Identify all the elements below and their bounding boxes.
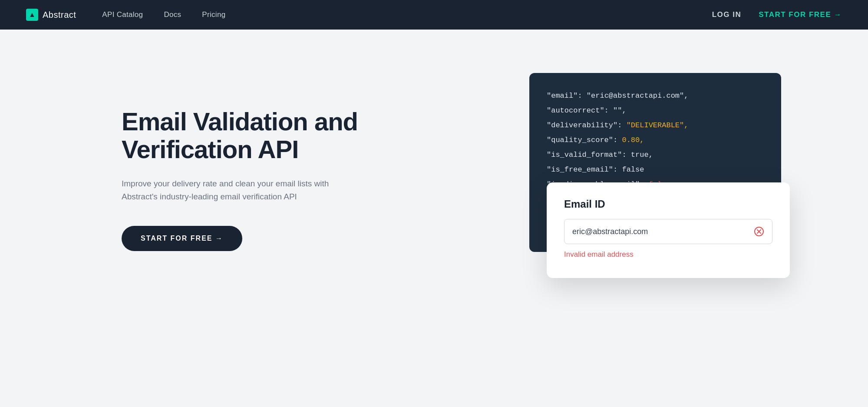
main-content: Email Validation and Verification API Im… (0, 30, 868, 407)
email-card-title: Email ID (564, 198, 772, 210)
code-line-5: "is_valid_format": true, (547, 148, 764, 162)
hero-left: Email Validation and Verification API Im… (122, 82, 365, 251)
code-val-autocorrect: "", (613, 103, 627, 118)
email-clear-button[interactable] (754, 226, 764, 237)
logo-text: Abstract (43, 10, 76, 20)
code-val-email: "eric@abstractapi.com", (587, 89, 689, 103)
code-val-free-email: false (622, 162, 644, 177)
nav-link-docs[interactable]: Docs (164, 10, 181, 19)
code-line-1: "email": "eric@abstractapi.com", (547, 89, 764, 103)
code-key-quality: "quality_score": (547, 133, 622, 148)
code-key-autocorrect: "autocorrect": (547, 103, 613, 118)
code-key-email: "email": (547, 89, 587, 103)
email-input[interactable] (572, 227, 754, 236)
nav-link-pricing[interactable]: Pricing (202, 10, 225, 19)
code-line-3: "deliverability": "DELIVERABLE", (547, 118, 764, 133)
code-key-valid-format: "is_valid_format": (547, 148, 631, 162)
code-val-quality: 0.80, (622, 133, 644, 148)
navbar-left: ▲ Abstract API Catalog Docs Pricing (26, 9, 225, 21)
code-line-2: "autocorrect": "", (547, 103, 764, 118)
code-key-deliverability: "deliverability": (547, 118, 627, 133)
code-val-deliverability: "DELIVERABLE", (627, 118, 689, 133)
start-for-free-nav-button[interactable]: START FOR FREE → (759, 10, 842, 19)
hero-right: "email": "eric@abstractapi.com", "autoco… (399, 73, 781, 252)
navbar: ▲ Abstract API Catalog Docs Pricing LOG … (0, 0, 868, 30)
code-key-free-email: "is_free_email": (547, 162, 622, 177)
email-error-message: Invalid email address (564, 250, 772, 259)
code-line-6: "is_free_email": false (547, 162, 764, 177)
logo-icon: ▲ (26, 9, 38, 21)
hero-title: Email Validation and Verification API (122, 108, 365, 163)
login-button[interactable]: LOG IN (712, 10, 742, 19)
code-val-valid-format: true, (631, 148, 653, 162)
close-circle-icon (754, 226, 764, 237)
logo[interactable]: ▲ Abstract (26, 9, 76, 21)
email-input-wrapper (564, 219, 772, 244)
nav-links: API Catalog Docs Pricing (102, 10, 225, 19)
start-for-free-hero-button[interactable]: START FOR FREE → (122, 226, 242, 251)
code-line-4: "quality_score": 0.80, (547, 133, 764, 148)
hero-subtitle: Improve your delivery rate and clean you… (122, 177, 330, 204)
email-id-card: Email ID Invalid email address (547, 182, 790, 278)
navbar-right: LOG IN START FOR FREE → (712, 10, 842, 19)
nav-link-api-catalog[interactable]: API Catalog (102, 10, 143, 19)
